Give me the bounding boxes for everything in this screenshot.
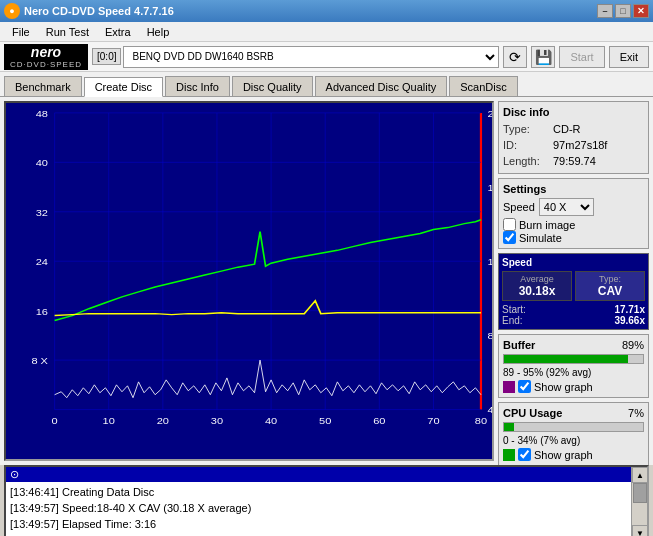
right-panel: Disc info Type: CD-R ID: 97m27s18f Lengt… — [498, 97, 653, 465]
window-title: Nero CD-DVD Speed 4.7.7.16 — [24, 5, 174, 17]
simulate-checkbox[interactable] — [503, 231, 516, 244]
settings-box: Settings Speed 40 X Burn image Simulate — [498, 178, 649, 249]
svg-text:4: 4 — [488, 405, 492, 415]
buffer-show-graph-checkbox[interactable] — [518, 380, 531, 393]
log-entry-0: [13:46:41] Creating Data Disc — [10, 484, 643, 500]
speed-combo[interactable]: 40 X — [539, 198, 594, 216]
tab-disc-quality[interactable]: Disc Quality — [232, 76, 313, 96]
id-value: 97m27s18f — [553, 137, 607, 153]
disc-info-title: Disc info — [503, 106, 644, 118]
menu-help[interactable]: Help — [139, 24, 178, 40]
scroll-up-button[interactable]: ▲ — [632, 467, 648, 483]
close-button[interactable]: ✕ — [633, 4, 649, 18]
toolbar: nero CD·DVD·SPEED [0:0] BENQ DVD DD DW16… — [0, 42, 653, 72]
buffer-range: 89 - 95% (92% avg) — [503, 367, 644, 378]
burn-image-checkbox[interactable] — [503, 218, 516, 231]
type-cell: Type: CAV — [575, 271, 645, 301]
svg-text:40: 40 — [265, 416, 277, 426]
save-button[interactable]: 💾 — [531, 46, 555, 68]
chart-svg: 48 40 32 24 16 8 X 20 16 12 8 4 0 10 20 … — [6, 103, 492, 459]
scroll-down-button[interactable]: ▼ — [632, 525, 648, 536]
menubar: File Run Test Extra Help — [0, 22, 653, 42]
type-value-speed: CAV — [578, 284, 642, 298]
log-header: ⊙ — [6, 467, 647, 482]
svg-text:16: 16 — [36, 306, 48, 316]
nero-sub: CD·DVD·SPEED — [10, 60, 82, 69]
tab-bar: Benchmark Create Disc Disc Info Disc Qua… — [0, 72, 653, 97]
svg-text:24: 24 — [36, 257, 48, 267]
nero-text: nero — [31, 44, 61, 60]
cpu-box: CPU Usage 7% 0 - 34% (7% avg) Show graph — [498, 402, 649, 466]
svg-text:8: 8 — [488, 331, 492, 341]
buffer-percent: 89% — [622, 339, 644, 354]
svg-text:48: 48 — [36, 108, 48, 118]
type-label: Type: — [503, 121, 553, 137]
menu-file[interactable]: File — [4, 24, 38, 40]
scroll-thumb[interactable] — [633, 483, 647, 503]
log-area: ⊙ [13:46:41] Creating Data Disc [13:49:5… — [4, 465, 649, 536]
start-button[interactable]: Start — [559, 46, 604, 68]
buffer-show-graph-label: Show graph — [534, 381, 593, 393]
exit-button[interactable]: Exit — [609, 46, 649, 68]
svg-text:0: 0 — [52, 416, 58, 426]
settings-title: Settings — [503, 183, 644, 195]
type-value: CD-R — [553, 121, 581, 137]
main-content: 48 40 32 24 16 8 X 20 16 12 8 4 0 10 20 … — [0, 97, 653, 465]
svg-text:20: 20 — [488, 108, 492, 118]
nero-logo: nero CD·DVD·SPEED — [4, 44, 88, 70]
svg-text:60: 60 — [373, 416, 385, 426]
tab-benchmark[interactable]: Benchmark — [4, 76, 82, 96]
cpu-bar-container — [503, 422, 644, 432]
tab-create-disc[interactable]: Create Disc — [84, 77, 163, 97]
cpu-bar — [504, 423, 514, 431]
average-value: 30.18x — [505, 284, 569, 298]
menu-run-test[interactable]: Run Test — [38, 24, 97, 40]
type-label-speed: Type: — [578, 274, 642, 284]
svg-text:50: 50 — [319, 416, 331, 426]
svg-text:20: 20 — [157, 416, 169, 426]
menu-extra[interactable]: Extra — [97, 24, 139, 40]
cpu-percent: 7% — [628, 407, 644, 422]
average-cell: Average 30.18x — [502, 271, 572, 301]
svg-text:16: 16 — [488, 183, 492, 193]
start-label: Start: — [502, 304, 526, 315]
log-header-icon: ⊙ — [10, 468, 19, 481]
chart-area: 48 40 32 24 16 8 X 20 16 12 8 4 0 10 20 … — [4, 101, 494, 461]
svg-rect-0 — [6, 103, 492, 459]
cpu-show-graph-checkbox[interactable] — [518, 448, 531, 461]
drive-label: [0:0] — [92, 48, 121, 65]
speed-label: Speed — [503, 201, 535, 213]
svg-text:12: 12 — [488, 257, 492, 267]
end-label: End: — [502, 315, 523, 326]
cpu-title: CPU Usage — [503, 407, 562, 419]
svg-text:40: 40 — [36, 158, 48, 168]
end-value: 39.66x — [614, 315, 645, 326]
scroll-track — [632, 483, 647, 525]
svg-text:70: 70 — [427, 416, 439, 426]
start-value: 17.71x — [614, 304, 645, 315]
svg-text:30: 30 — [211, 416, 223, 426]
buffer-bar-container — [503, 354, 644, 364]
cpu-range: 0 - 34% (7% avg) — [503, 435, 644, 446]
buffer-box: Buffer 89% 89 - 95% (92% avg) Show graph — [498, 334, 649, 398]
svg-text:80: 80 — [475, 416, 487, 426]
buffer-title: Buffer — [503, 339, 535, 351]
titlebar: ● Nero CD-DVD Speed 4.7.7.16 – □ ✕ — [0, 0, 653, 22]
drive-selector: [0:0] BENQ DVD DD DW1640 BSRB — [92, 46, 499, 68]
cpu-color-dot — [503, 449, 515, 461]
length-label: Length: — [503, 153, 553, 169]
refresh-button[interactable]: ⟳ — [503, 46, 527, 68]
burn-image-label: Burn image — [519, 219, 575, 231]
svg-text:8 X: 8 X — [31, 356, 48, 366]
tab-scan-disc[interactable]: ScanDisc — [449, 76, 517, 96]
maximize-button[interactable]: □ — [615, 4, 631, 18]
id-label: ID: — [503, 137, 553, 153]
svg-text:32: 32 — [36, 207, 48, 217]
log-entry-2: [13:49:57] Elapsed Time: 3:16 — [10, 516, 643, 532]
tab-disc-info[interactable]: Disc Info — [165, 76, 230, 96]
minimize-button[interactable]: – — [597, 4, 613, 18]
drive-combo[interactable]: BENQ DVD DD DW1640 BSRB — [123, 46, 499, 68]
tab-advanced-disc-quality[interactable]: Advanced Disc Quality — [315, 76, 448, 96]
log-content: [13:46:41] Creating Data Disc [13:49:57]… — [6, 482, 647, 534]
simulate-label: Simulate — [519, 232, 562, 244]
